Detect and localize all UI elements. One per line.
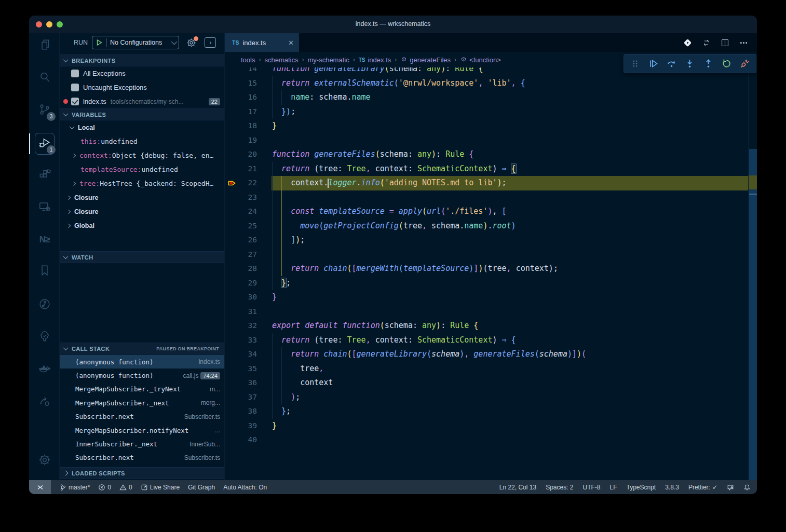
code-line[interactable]: 18}	[225, 119, 757, 133]
editor-scrollbar[interactable]	[748, 67, 757, 480]
activity-run-and-debug[interactable]: 1	[29, 131, 60, 156]
activity-source-control[interactable]: 3	[29, 98, 60, 123]
compare-changes-icon[interactable]	[701, 38, 711, 48]
breadcrumb-item[interactable]: TSindex.ts	[359, 56, 391, 64]
continue-button[interactable]	[648, 58, 659, 69]
remote-indicator-button[interactable]	[29, 480, 51, 494]
call-stack-frame[interactable]: MergeMapSubscriber._tryNextm...	[60, 383, 224, 396]
git-graph-item[interactable]: Git Graph	[188, 484, 215, 491]
variable-row[interactable]: templateSource: undefined	[60, 162, 224, 176]
code-line[interactable]: 28 return chain([mergeWith(templateSourc…	[225, 262, 757, 276]
loaded-scripts-section-header[interactable]: LOADED SCRIPTS	[60, 467, 224, 479]
watch-section-header[interactable]: WATCH	[60, 251, 224, 263]
start-debug-button[interactable]	[96, 39, 103, 46]
breakpoint-row[interactable]: Uncaught Exceptions	[60, 80, 224, 94]
breadcrumb-item[interactable]: generateFiles	[400, 56, 451, 64]
restart-button[interactable]	[721, 58, 732, 69]
activity-explorer[interactable]	[29, 33, 60, 58]
configure-gear-button[interactable]	[186, 38, 196, 48]
open-changes-icon[interactable]	[683, 38, 693, 48]
activity-test-explorer[interactable]	[29, 325, 60, 350]
activity-extensions[interactable]	[29, 163, 60, 188]
breakpoint-row[interactable]: All Exceptions	[60, 66, 224, 80]
code-line[interactable]: 33 return (tree: Tree, context: Schemati…	[225, 333, 757, 348]
call-stack-frame[interactable]: Subscriber.nextSubscriber.ts	[60, 410, 224, 424]
more-actions-icon[interactable]	[739, 38, 749, 48]
call-stack-frame[interactable]: MergeMapSubscriber.notifyNext...	[60, 424, 224, 437]
code-line[interactable]: 27	[225, 248, 757, 262]
breakpoint-row[interactable]: index.tstools/schematics/my-sch...22	[60, 94, 224, 108]
call-stack-frame[interactable]: InnerSubscriber._nextInnerSub...	[60, 437, 224, 451]
breakpoint-checkbox[interactable]	[71, 84, 79, 91]
step-out-button[interactable]	[703, 58, 714, 69]
code-line[interactable]: 30}	[225, 290, 757, 305]
activity-nx-console[interactable]: N≥	[29, 227, 60, 252]
code-line[interactable]: 23	[225, 190, 757, 205]
activity-live-share[interactable]	[29, 390, 60, 415]
language-mode-item[interactable]: TypeScript	[627, 484, 656, 491]
code-line[interactable]: 25 move(getProjectConfig(tree, schema.na…	[225, 219, 757, 234]
call-stack-frame[interactable]: (anonymous function)index.ts	[60, 355, 224, 369]
code-line[interactable]: 24 const templateSource = apply(url('./f…	[225, 204, 757, 219]
git-branch-item[interactable]: master*	[59, 484, 90, 491]
warnings-item[interactable]: 0	[119, 484, 132, 491]
variable-row[interactable]: tree: HostTree {_backend: ScopedH…	[60, 176, 224, 190]
code-line[interactable]: 37 );	[225, 390, 757, 405]
call-stack-frame[interactable]: (anonymous function)call.js74:24	[60, 369, 224, 382]
indentation-item[interactable]: Spaces: 2	[546, 484, 573, 491]
cursor-position-item[interactable]: Ln 22, Col 13	[499, 484, 536, 491]
breadcrumb-item[interactable]: schematics	[264, 56, 298, 64]
code-line[interactable]: 20function generateFiles(schema: any): R…	[225, 147, 757, 162]
scope-closure-row[interactable]: Closure	[60, 190, 224, 204]
code-line[interactable]: 15 return externalSchematic('@nrwl/works…	[225, 76, 757, 91]
activity-git-history[interactable]	[29, 293, 60, 318]
variable-row[interactable]: this: undefined	[60, 134, 224, 148]
code-line[interactable]: 34 return chain([generateLibrary(schema)…	[225, 347, 757, 362]
debug-console-button[interactable]: ›	[205, 37, 216, 48]
code-line[interactable]: 16 name: schema.name	[225, 90, 757, 105]
activity-search[interactable]	[29, 65, 60, 90]
tab-index-ts[interactable]: TS index.ts ✕	[225, 33, 299, 52]
breakpoint-checkbox[interactable]	[71, 70, 79, 77]
typescript-version-item[interactable]: 3.8.3	[665, 484, 679, 491]
code-line[interactable]: 35 tree,	[225, 362, 757, 376]
prettier-item[interactable]: Prettier:✓	[688, 484, 717, 491]
code-editor[interactable]: 14function generateLibrary(schema: any):…	[225, 67, 757, 480]
code-line[interactable]: 22 context.logger.info('adding NOTES.md …	[225, 176, 757, 190]
activity-remote-explorer[interactable]	[29, 195, 60, 220]
drag-handle-button[interactable]	[630, 58, 641, 69]
variable-row[interactable]: context: Object {debug: false, en…	[60, 148, 224, 162]
code-line[interactable]: 26 ]);	[225, 233, 757, 248]
code-line[interactable]: 32export default function(schema: any): …	[225, 319, 757, 333]
notifications-bell-button[interactable]	[743, 484, 751, 491]
code-line[interactable]: 39}	[225, 419, 757, 433]
code-line[interactable]: 17 });	[225, 105, 757, 119]
breadcrumb-item[interactable]: my-schematic	[308, 56, 349, 64]
breadcrumb-item[interactable]: tools	[241, 56, 255, 64]
feedback-button[interactable]	[727, 484, 734, 491]
code-line[interactable]: 31	[225, 305, 757, 319]
close-tab-icon[interactable]: ✕	[288, 39, 294, 47]
breakpoints-section-header[interactable]: BREAKPOINTS	[60, 54, 224, 66]
errors-item[interactable]: 0	[98, 484, 111, 491]
breadcrumb-item[interactable]: <function>	[460, 56, 501, 64]
step-over-button[interactable]	[666, 58, 677, 69]
code-line[interactable]: 21 return (tree: Tree, context: Schemati…	[225, 162, 757, 176]
code-line[interactable]: 19	[225, 133, 757, 148]
code-line[interactable]: 36 context	[225, 376, 757, 390]
encoding-item[interactable]: UTF-8	[583, 484, 601, 491]
configuration-select[interactable]: No Configurations	[110, 39, 162, 46]
scope-global-row[interactable]: Global	[60, 219, 224, 233]
scrollbar-thumb[interactable]	[749, 149, 757, 480]
activity-bookmarks[interactable]	[29, 259, 60, 284]
scope-local[interactable]: Local	[60, 120, 224, 134]
scope-closure-row[interactable]: Closure	[60, 204, 224, 219]
split-editor-icon[interactable]	[720, 38, 730, 48]
eol-item[interactable]: LF	[610, 484, 617, 491]
activity-settings[interactable]	[29, 448, 60, 473]
step-into-button[interactable]	[684, 58, 695, 69]
breakpoint-checkbox[interactable]	[71, 98, 79, 105]
activity-docker[interactable]	[29, 358, 60, 383]
chevron-down-icon[interactable]	[171, 39, 177, 45]
call-stack-frame[interactable]: MergeMapSubscriber._nextmerg...	[60, 396, 224, 410]
